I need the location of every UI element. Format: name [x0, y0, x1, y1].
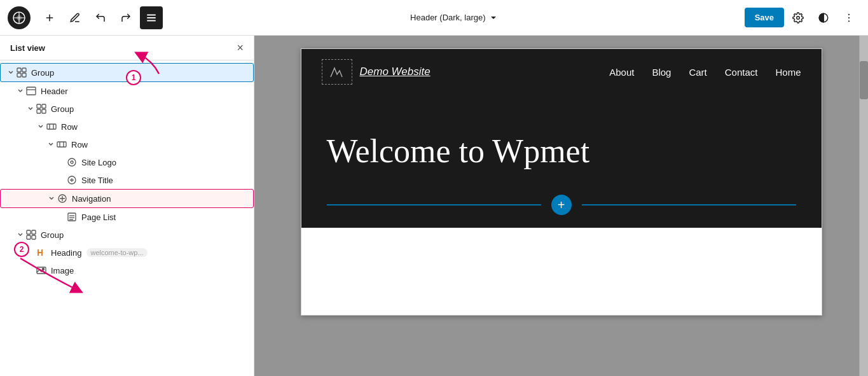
tree-item-row-1[interactable]: Row	[0, 118, 254, 136]
svg-rect-19	[42, 104, 46, 108]
svg-rect-38	[27, 235, 31, 239]
tree-label-site-logo: Site Logo	[81, 158, 116, 167]
chevron-group-root	[6, 67, 16, 78]
site-title-icon	[66, 174, 78, 186]
page-list-icon	[66, 211, 78, 223]
nav-contact[interactable]: Contact	[725, 67, 758, 78]
settings-button[interactable]	[787, 6, 809, 29]
tree-item-image[interactable]: Image	[0, 261, 254, 279]
tree-item-row-2[interactable]: Row	[0, 136, 254, 153]
tree-label-row-2: Row	[71, 140, 88, 150]
svg-point-9	[848, 13, 850, 15]
nav-home[interactable]: Home	[775, 67, 801, 78]
contrast-icon	[818, 12, 829, 24]
preview-frame: Demo Website AboutBlogCartContactHome We…	[301, 48, 822, 316]
svg-rect-15	[22, 73, 26, 77]
pencil-icon	[69, 12, 81, 24]
nav-blog[interactable]: Blog	[652, 67, 671, 78]
tree-item-navigation[interactable]: Navigation	[0, 189, 254, 208]
tree-label-group-root: Group	[31, 68, 54, 78]
svg-point-28	[68, 158, 76, 166]
preview-add-button[interactable]: +	[551, 195, 572, 215]
svg-rect-12	[17, 68, 21, 72]
contrast-button[interactable]	[812, 6, 835, 29]
tree-item-site-title[interactable]: Site Title	[0, 171, 254, 189]
svg-rect-22	[47, 124, 56, 129]
site-logo-icon	[66, 157, 78, 168]
preview-welcome-text: Welcome to Wpmet	[327, 133, 796, 169]
chevron-row-1	[36, 122, 46, 132]
tree-label-header: Header	[41, 87, 68, 96]
tree-item-group-2[interactable]: Group	[0, 226, 254, 244]
tree-label-heading: Heading	[51, 248, 81, 258]
panel-header: List view ×	[0, 36, 254, 60]
preview-divider-area: +	[301, 195, 822, 228]
group-1-icon	[36, 103, 47, 115]
svg-rect-13	[22, 68, 26, 72]
undo-button[interactable]	[89, 6, 112, 29]
tree-label-page-list: Page List	[81, 212, 116, 222]
tree-label-image: Image	[51, 266, 74, 275]
tree-item-heading[interactable]: Heading welcome-to-wp...	[0, 244, 254, 261]
redo-button[interactable]	[114, 6, 137, 29]
more-icon	[843, 12, 855, 24]
chevron-header	[15, 86, 25, 96]
redo-icon	[120, 12, 132, 24]
tree-item-group-1[interactable]: Group	[0, 100, 254, 118]
header-icon	[25, 85, 37, 97]
heading-icon	[36, 247, 47, 258]
scrollbar-thumb	[860, 61, 868, 99]
svg-point-10	[848, 17, 850, 18]
svg-rect-39	[32, 235, 36, 239]
header-label-dropdown[interactable]: Header (Dark, large)	[404, 10, 503, 25]
svg-point-41	[43, 268, 45, 270]
tree-label-navigation: Navigation	[72, 194, 111, 204]
add-block-button[interactable]	[38, 6, 61, 29]
canvas-scrollbar[interactable]	[859, 36, 868, 376]
heading-badge: welcome-to-wp...	[86, 248, 147, 257]
list-view-button[interactable]	[140, 6, 163, 29]
svg-rect-16	[27, 87, 36, 95]
svg-rect-25	[57, 142, 66, 147]
canvas-area: Demo Website AboutBlogCartContactHome We…	[254, 36, 868, 376]
group-2-icon	[25, 229, 37, 240]
toolbar-center: Header (Dark, large)	[165, 10, 742, 25]
chevron-row-2	[46, 139, 56, 150]
tree-item-site-logo[interactable]: Site Logo	[0, 153, 254, 171]
tree-label-group-1: Group	[51, 104, 74, 114]
tree-label-row-1: Row	[61, 122, 78, 132]
chevron-group-1	[25, 104, 36, 114]
chevron-down-icon	[490, 14, 497, 22]
svg-rect-37	[32, 230, 36, 234]
annotation-circle-1: 1	[126, 70, 141, 85]
svg-rect-36	[27, 230, 31, 234]
save-button[interactable]: Save	[745, 8, 784, 27]
list-icon	[146, 12, 157, 24]
tree-item-page-list[interactable]: Page List	[0, 208, 254, 226]
tree-item-header[interactable]: Header	[0, 82, 254, 100]
more-options-button[interactable]	[837, 6, 860, 29]
svg-rect-20	[37, 109, 41, 113]
preview-logo-area: Demo Website	[322, 59, 431, 85]
tools-button[interactable]	[64, 6, 86, 29]
annotation-circle-2: 2	[14, 242, 29, 257]
row-1-icon	[46, 121, 57, 132]
close-panel-button[interactable]: ×	[237, 42, 244, 53]
header-label-text: Header (Dark, large)	[410, 13, 486, 22]
preview-divider-right	[582, 204, 796, 205]
nav-about[interactable]: About	[609, 67, 634, 78]
svg-rect-21	[42, 109, 46, 113]
navigation-icon	[57, 193, 68, 204]
svg-point-7	[797, 16, 800, 19]
plus-icon	[44, 12, 55, 24]
undo-icon	[95, 12, 106, 24]
image-icon	[36, 265, 47, 276]
left-panel: List view × Group	[0, 36, 254, 376]
tree-list: Group Header Group	[0, 60, 254, 376]
svg-point-11	[848, 20, 850, 22]
toolbar: Header (Dark, large) Save	[0, 0, 868, 36]
tree-label-group-2: Group	[41, 230, 64, 240]
wp-logo-button[interactable]	[8, 6, 31, 29]
nav-cart[interactable]: Cart	[689, 67, 706, 78]
svg-point-29	[71, 161, 73, 164]
